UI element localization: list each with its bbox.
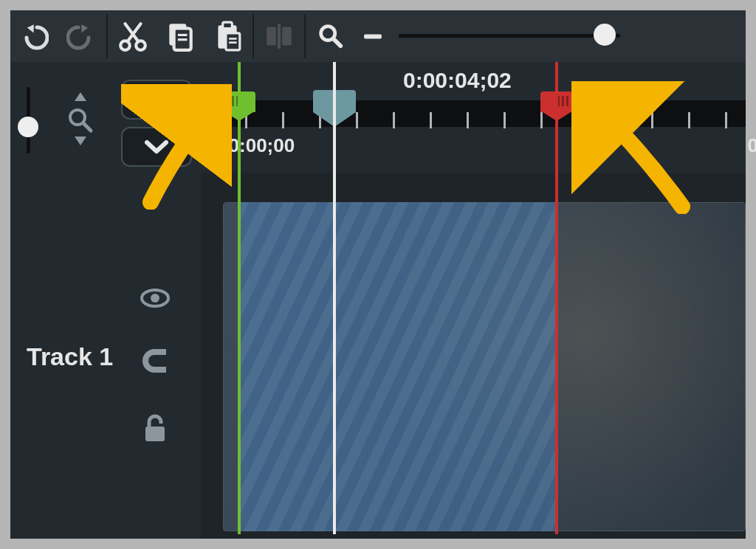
annotation-arrow-left	[121, 84, 232, 210]
search-button[interactable]	[307, 14, 354, 58]
selection-range	[238, 202, 555, 531]
out-marker-line	[555, 62, 558, 534]
zoom-out-button[interactable]	[354, 14, 391, 58]
visibility-icon[interactable]	[140, 288, 170, 308]
svg-point-20	[151, 294, 159, 303]
end-timecode-partial: 0:0	[747, 134, 756, 157]
track-header: Track 1	[10, 173, 201, 539]
svg-rect-7	[223, 22, 233, 28]
playhead-line	[333, 62, 336, 534]
svg-rect-4	[178, 34, 188, 36]
svg-rect-10	[229, 41, 237, 44]
svg-rect-15	[364, 34, 382, 38]
zoom-fit-button[interactable]	[55, 84, 106, 153]
magnet-icon[interactable]	[140, 347, 170, 375]
track-lane[interactable]	[201, 173, 746, 539]
lock-icon[interactable]	[142, 413, 168, 443]
track-height-slider[interactable]	[13, 87, 43, 153]
cut-button[interactable]	[109, 14, 157, 58]
svg-rect-12	[282, 27, 292, 45]
svg-rect-5	[178, 38, 188, 41]
svg-rect-21	[145, 427, 165, 441]
split-button[interactable]	[255, 14, 303, 58]
editor-frame: 0:00:04;02 0:00:00;00 0:0	[10, 10, 746, 539]
track-name: Track 1	[27, 342, 113, 371]
svg-rect-8	[226, 33, 240, 50]
current-timecode: 0:00:04;02	[403, 68, 512, 93]
zoom-slider-knob[interactable]	[594, 24, 616, 46]
paste-button[interactable]	[204, 14, 251, 58]
svg-rect-9	[229, 38, 237, 40]
toolbar	[10, 10, 746, 62]
in-marker-line	[238, 62, 241, 534]
tracks-area: Track 1	[10, 173, 746, 539]
svg-rect-13	[278, 24, 281, 49]
zoom-slider[interactable]	[399, 31, 620, 41]
redo-button[interactable]	[58, 14, 105, 58]
undo-button[interactable]	[10, 14, 58, 58]
copy-button[interactable]	[157, 14, 204, 58]
svg-rect-11	[267, 27, 276, 45]
annotation-arrow-right	[571, 81, 704, 214]
